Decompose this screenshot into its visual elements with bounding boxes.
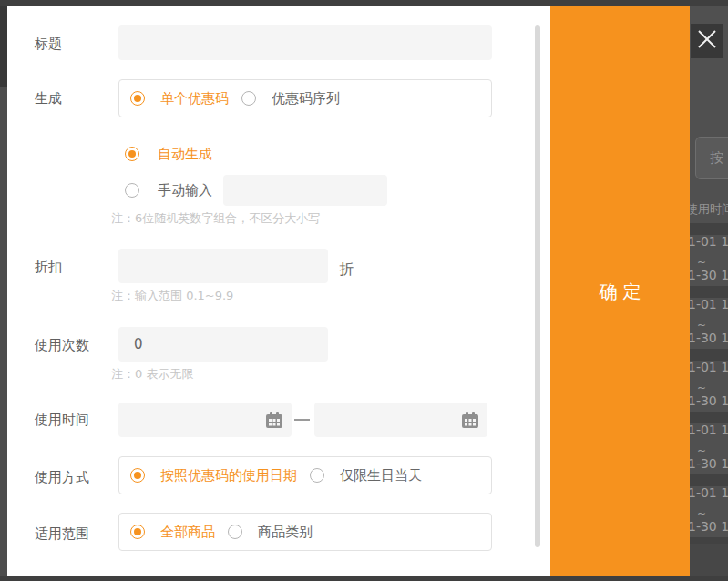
discount-unit: 折 [339, 260, 354, 280]
radio-code-series[interactable] [241, 91, 256, 106]
code-rule-note: 注：6位随机英数字组合，不区分大小写 [111, 212, 320, 225]
coupon-form-modal: 标题 生成 单个优惠码 优惠码序列 自动生成 手动输入 注：6位随机英数字组合，… [7, 6, 550, 576]
date-range-separator [294, 419, 310, 421]
backdrop-right-table: 按 使用时间 1-01 1 ~ 1-30 1 1-01 1 ~ 1-30 1 1… [690, 0, 728, 581]
usage-count-label: 使用次数 [35, 338, 89, 352]
close-icon [697, 29, 717, 53]
close-button[interactable] [691, 24, 723, 58]
table-row-date-end: 1-30 1 [690, 331, 728, 345]
background-column-header: 使用时间 [690, 201, 728, 218]
table-row-date-end: 1-30 1 [690, 269, 728, 282]
radio-manual-input-label[interactable]: 手动输入 [158, 182, 212, 199]
table-row-date-start: 1-01 1 [690, 361, 728, 374]
generate-label: 生成 [35, 91, 62, 106]
usage-method-label: 使用方式 [35, 470, 89, 484]
confirm-button-label: 确定 [600, 280, 647, 304]
radio-by-coupon-date[interactable] [130, 468, 145, 483]
backdrop-bottom-zone [690, 544, 728, 581]
radio-code-series-label[interactable]: 优惠码序列 [272, 90, 340, 107]
manual-code-input[interactable] [223, 175, 387, 206]
scope-option-group: 全部商品 商品类别 [118, 513, 492, 551]
table-row-date-start: 1-01 1 [690, 235, 728, 249]
end-date-picker[interactable] [314, 403, 487, 437]
manual-input-row: 手动输入 [125, 181, 212, 199]
generate-option-group: 单个优惠码 优惠码序列 [118, 79, 492, 117]
radio-auto-generate-label[interactable]: 自动生成 [158, 146, 212, 163]
discount-label: 折扣 [35, 260, 62, 274]
modal-scrollbar[interactable] [535, 25, 540, 547]
table-row-date-start: 1-01 1 [690, 486, 728, 500]
confirm-button[interactable]: 确定 [550, 6, 690, 576]
backdrop-left [0, 0, 7, 581]
radio-single-code-label[interactable]: 单个优惠码 [160, 90, 229, 107]
discount-input[interactable] [118, 249, 328, 283]
radio-birthday-only[interactable] [310, 468, 324, 483]
table-row-date-start: 1-01 1 [690, 298, 728, 311]
radio-by-coupon-date-label[interactable]: 按照优惠码的使用日期 [160, 467, 297, 484]
table-row-date-start: 1-01 1 [690, 423, 728, 437]
usage-method-option-group: 按照优惠码的使用日期 仅限生日当天 [118, 456, 492, 494]
radio-product-category[interactable] [228, 525, 242, 539]
table-row-date-end: 1-30 1 [690, 457, 728, 471]
radio-birthday-only-label[interactable]: 仅限生日当天 [340, 467, 422, 484]
title-input[interactable] [118, 25, 492, 60]
radio-all-products-label[interactable]: 全部商品 [160, 524, 215, 541]
radio-product-category-label[interactable]: 商品类别 [258, 524, 313, 541]
scope-label: 适用范围 [35, 526, 89, 541]
backdrop-left-top [0, 0, 7, 87]
radio-single-code[interactable] [130, 91, 145, 106]
title-label: 标题 [35, 36, 62, 51]
radio-auto-generate[interactable] [125, 147, 139, 161]
table-row-date-end: 1-30 1 [690, 394, 728, 408]
coupon-modal-screen: 按 使用时间 1-01 1 ~ 1-30 1 1-01 1 ~ 1-30 1 1… [0, 0, 728, 581]
backdrop-bottom-strip [0, 576, 728, 581]
usage-time-label: 使用时间 [35, 413, 89, 427]
auto-generate-row: 自动生成 [125, 145, 212, 163]
radio-manual-input[interactable] [125, 183, 139, 198]
usage-count-note: 注：0 表示无限 [111, 368, 193, 381]
start-date-picker[interactable] [118, 403, 292, 437]
table-row-date-end: 1-30 1 [690, 520, 728, 534]
radio-all-products[interactable] [130, 525, 145, 539]
usage-count-input[interactable] [118, 327, 328, 362]
background-filter-button: 按 [695, 137, 728, 179]
backdrop-top-strip [0, 0, 728, 6]
discount-range-note: 注：输入范围 0.1~9.9 [111, 290, 233, 302]
